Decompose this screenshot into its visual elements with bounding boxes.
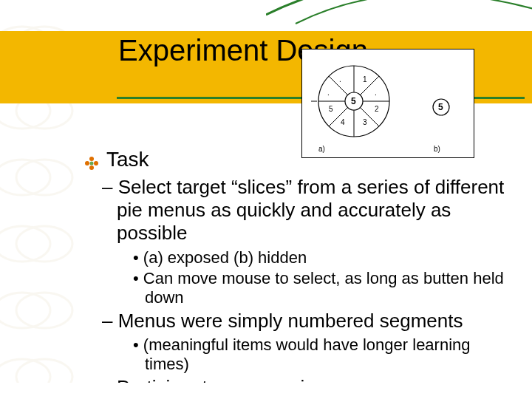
slide-body: Task Select target “slices” from a serie… <box>74 148 517 397</box>
slice-3: 3 <box>363 118 367 126</box>
svg-point-6 <box>0 226 50 262</box>
svg-point-8 <box>0 293 50 328</box>
bullet-task: Task <box>84 148 517 171</box>
slice-2: . <box>375 89 377 97</box>
slice-5: 5 <box>329 105 333 113</box>
svg-point-9 <box>16 293 72 328</box>
svg-point-5 <box>16 160 72 195</box>
svg-point-4 <box>0 160 50 195</box>
svg-line-21 <box>329 76 348 95</box>
slice-2n: 2 <box>375 105 379 113</box>
svg-point-28 <box>90 162 94 166</box>
slice-1: 1 <box>363 75 367 83</box>
slice-4: 4 <box>341 118 345 126</box>
slice-6: . <box>327 89 330 97</box>
bullet-numbered-segments: Menus were simply numbered segments <box>102 310 517 332</box>
pie-menu-figure: 1 . 2 3 4 5 . . 5 a) 5 b) <box>301 49 474 158</box>
bullet-meaningful-items: (meaningful items would have longer lear… <box>133 335 517 375</box>
svg-point-25 <box>94 161 98 166</box>
svg-point-26 <box>89 166 94 170</box>
bullet-task-label: Task <box>106 148 149 171</box>
bottom-crop-mask <box>0 383 532 399</box>
bullet-select-target: Select target “slices” from a series of … <box>102 176 517 245</box>
svg-point-7 <box>16 226 72 262</box>
bullet-exposed-hidden: (a) exposed (b) hidden <box>133 248 517 267</box>
flower-bullet-icon <box>84 152 99 167</box>
pie-b-center: 5 <box>438 102 443 112</box>
svg-point-24 <box>89 157 94 161</box>
bullet-move-mouse: Can move mouse to select, as long as but… <box>133 269 517 308</box>
svg-point-27 <box>85 161 89 166</box>
slice-7: . <box>339 75 341 83</box>
pie-a-center: 5 <box>351 96 356 106</box>
